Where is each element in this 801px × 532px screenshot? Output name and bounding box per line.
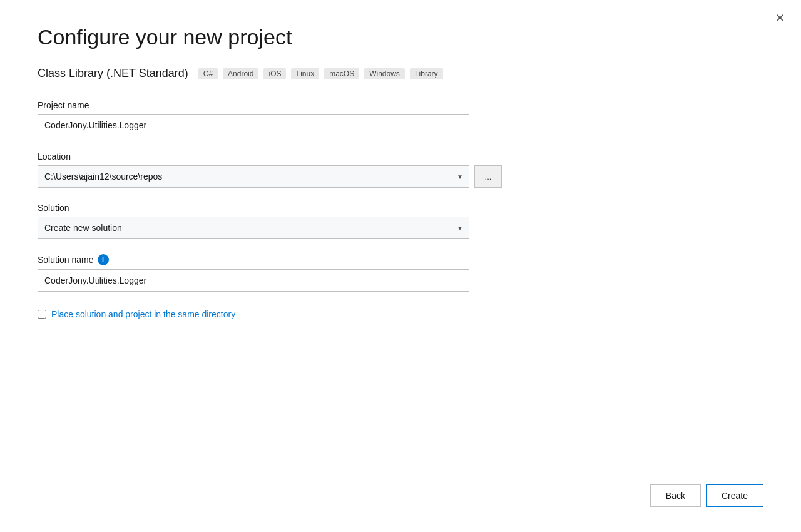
tag-ios: iOS — [263, 68, 286, 79]
project-type-name: Class Library (.NET Standard) — [38, 67, 188, 80]
solution-name-label: Solution name i — [38, 254, 763, 265]
configure-project-dialog: ✕ Configure your new project Class Libra… — [0, 0, 801, 532]
location-section: Location C:\Users\ajain12\source\repos ▼… — [38, 151, 763, 188]
tag-list: C# Android iOS Linux macOS Windows Libra… — [198, 68, 443, 79]
close-button[interactable]: ✕ — [772, 10, 788, 26]
page-title: Configure your new project — [38, 25, 763, 49]
bottom-buttons: Back Create — [650, 484, 763, 507]
location-select[interactable]: C:\Users\ajain12\source\repos — [38, 165, 469, 188]
project-name-label: Project name — [38, 100, 763, 110]
create-button[interactable]: Create — [706, 484, 763, 507]
same-directory-label[interactable]: Place solution and project in the same d… — [51, 309, 235, 319]
solution-select-wrapper: Create new solution Add to solution ▼ — [38, 217, 469, 239]
project-name-section: Project name — [38, 100, 763, 136]
same-directory-checkbox[interactable] — [38, 310, 46, 319]
solution-name-section: Solution name i — [38, 254, 763, 292]
same-directory-row: Place solution and project in the same d… — [38, 309, 763, 319]
tag-windows: Windows — [364, 68, 405, 79]
solution-label: Solution — [38, 203, 763, 213]
browse-button[interactable]: ... — [474, 165, 502, 188]
solution-section: Solution Create new solution Add to solu… — [38, 203, 763, 239]
location-label: Location — [38, 151, 763, 161]
back-button[interactable]: Back — [650, 484, 701, 507]
solution-name-info-icon[interactable]: i — [98, 254, 109, 265]
tag-library: Library — [410, 68, 443, 79]
location-row: C:\Users\ajain12\source\repos ▼ ... — [38, 165, 763, 188]
tag-macos: macOS — [324, 68, 359, 79]
solution-name-input[interactable] — [38, 269, 469, 292]
solution-select[interactable]: Create new solution Add to solution — [38, 217, 469, 239]
location-select-wrapper: C:\Users\ajain12\source\repos ▼ — [38, 165, 469, 188]
tag-android: Android — [223, 68, 258, 79]
tag-linux: Linux — [291, 68, 319, 79]
tag-csharp: C# — [198, 68, 218, 79]
project-name-input[interactable] — [38, 114, 469, 136]
project-type-row: Class Library (.NET Standard) C# Android… — [38, 67, 763, 80]
